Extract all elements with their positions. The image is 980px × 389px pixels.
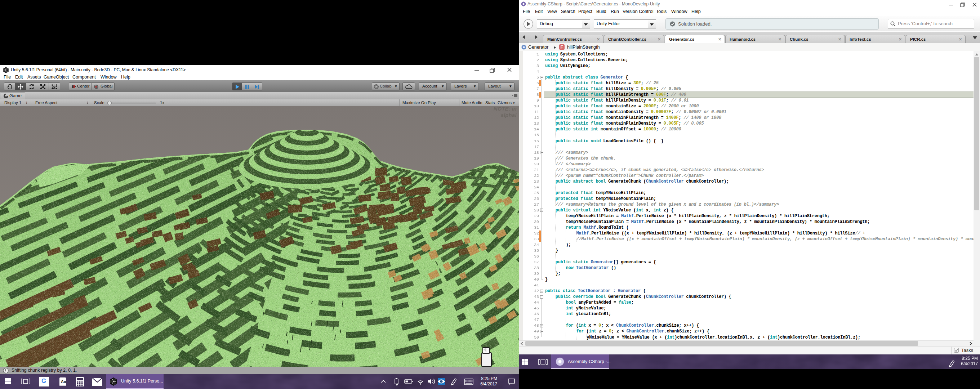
svg-text:NOTE: in: NOTE: in [493, 106, 517, 112]
svg-text:alpha!: alpha! [501, 112, 517, 118]
svg-text:Aa: Aa [61, 379, 66, 384]
